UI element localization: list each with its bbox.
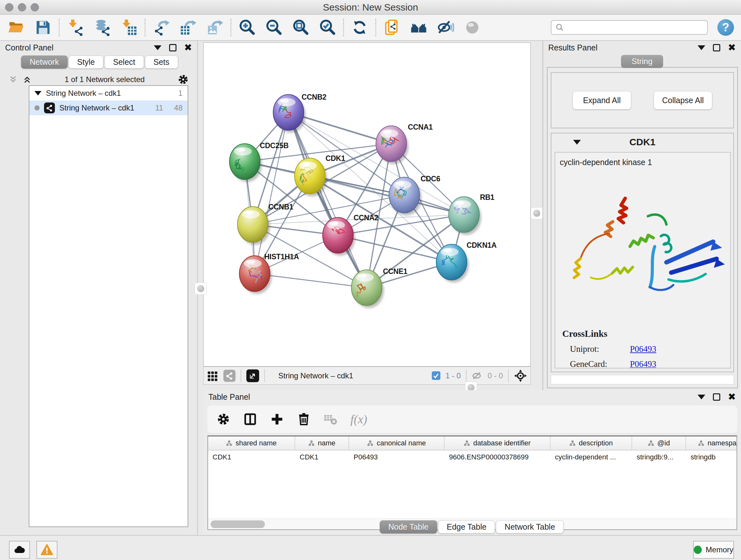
network-node-CCNE1[interactable] (351, 270, 384, 308)
network-node-CDC25B[interactable] (229, 144, 262, 182)
table-cell[interactable]: 9606.ENSP00000378699 (445, 450, 550, 464)
network-collection-row[interactable]: String Network – cdk1 1 (29, 86, 188, 101)
node-label-CCNA2: CCNA2 (354, 213, 379, 222)
help-button[interactable]: ? (718, 19, 734, 36)
panel-float-icon[interactable] (713, 393, 720, 401)
tab-select[interactable]: Select (105, 56, 144, 69)
import-network-database-button[interactable] (93, 18, 111, 37)
network-node-CCNB2[interactable] (273, 95, 306, 133)
right-splitter-handle[interactable] (531, 207, 542, 219)
panel-float-icon[interactable] (169, 44, 177, 51)
table-cell[interactable]: P06493 (349, 450, 445, 464)
tab-network[interactable]: Network (21, 56, 68, 69)
save-session-button[interactable] (34, 18, 52, 37)
gene-entry-header[interactable]: CDK1 (551, 133, 733, 151)
network-node-CDK1[interactable] (294, 158, 327, 196)
add-column-icon[interactable] (270, 412, 284, 426)
import-network-button[interactable] (66, 18, 84, 37)
tree-expand-icon[interactable] (35, 91, 42, 96)
string-network-graph[interactable]: CCNB2CCNA1CDC25BCDK1CDC6RB1CCNB1CCNA2CDK… (204, 43, 531, 367)
network-canvas[interactable]: CCNB2CCNA1CDC25BCDK1CDC6RB1CCNB1CCNA2CDK… (203, 43, 531, 367)
export-table-button[interactable] (179, 18, 197, 37)
table-cell[interactable]: CDK1 (295, 450, 349, 464)
panel-collapse-icon[interactable] (697, 395, 705, 399)
close-window-button[interactable] (5, 3, 13, 11)
column-header-database-identifier[interactable]: database identifier (445, 436, 550, 450)
zoom-in-button[interactable] (238, 18, 256, 37)
table-gear-icon[interactable] (216, 412, 230, 426)
string-hide-glasses-button[interactable] (436, 18, 455, 37)
tab-network-table[interactable]: Network Table (496, 520, 563, 534)
left-splitter-handle[interactable] (195, 283, 206, 294)
table-cell[interactable]: CDK1 (208, 450, 295, 464)
open-session-button[interactable] (7, 18, 25, 37)
string-view-icon[interactable] (223, 370, 235, 382)
split-columns-icon[interactable] (243, 412, 257, 426)
table-cell[interactable]: stringdb:9... (632, 450, 686, 464)
tab-sets[interactable]: Sets (145, 56, 178, 69)
status-bar: Memory (0, 535, 741, 560)
string-document-button[interactable] (383, 18, 401, 37)
tab-node-table[interactable]: Node Table (380, 520, 437, 534)
zoom-out-button[interactable] (265, 18, 283, 37)
export-image-button[interactable] (205, 18, 224, 37)
network-node-HIST1H1A[interactable] (239, 256, 272, 294)
crosshair-icon[interactable] (514, 369, 527, 382)
tab-string[interactable]: String (621, 55, 663, 68)
memory-button[interactable]: Memory (693, 541, 734, 559)
panel-close-icon[interactable]: ✖ (728, 392, 736, 401)
column-header-description[interactable]: description (550, 436, 632, 450)
network-node-CDKN1A[interactable] (436, 244, 469, 283)
table-cell[interactable]: stringdb (686, 450, 737, 464)
string-eye-disabled-button[interactable] (463, 18, 482, 37)
column-header-shared-name[interactable]: shared name (208, 436, 295, 450)
column-header-namespace[interactable]: namespace (686, 436, 737, 450)
refresh-button[interactable] (350, 18, 369, 37)
network-edge-CCNB2-HIST1H1A[interactable] (255, 112, 288, 273)
gear-icon[interactable] (178, 74, 189, 85)
panel-collapse-icon[interactable] (697, 45, 705, 50)
network-node-CCNA2[interactable] (323, 217, 355, 256)
zoom-selected-button[interactable] (318, 18, 337, 37)
import-table-button[interactable] (120, 18, 138, 37)
zoom-fit-button[interactable] (291, 18, 310, 37)
column-header--id[interactable]: @id (632, 436, 686, 450)
string-document-icon (383, 19, 401, 36)
network-node-RB1[interactable] (449, 197, 481, 235)
network-node-CCNA1[interactable] (376, 126, 408, 164)
panel-close-icon[interactable]: ✖ (184, 43, 192, 52)
column-header-name[interactable]: name (295, 436, 349, 450)
tab-edge-table[interactable]: Edge Table (438, 520, 495, 534)
delete-column-icon[interactable] (297, 412, 311, 426)
zoom-window-button[interactable] (30, 3, 39, 11)
string-homes-button[interactable] (409, 18, 428, 37)
export-network-button[interactable] (152, 18, 171, 37)
network-edge-CCNB2-CCNE1[interactable] (288, 112, 367, 288)
detach-view-button[interactable] (246, 369, 259, 382)
table-row[interactable]: CDK1CDK1P064939606.ENSP00000378699cyclin… (208, 450, 737, 464)
selected-checkbox[interactable] (432, 371, 441, 380)
grid-icon[interactable] (207, 370, 218, 381)
search-input[interactable] (567, 23, 703, 32)
panel-close-icon[interactable]: ✖ (728, 43, 736, 52)
network-row-selected[interactable]: String Network – cdk1 11 48 (29, 101, 188, 115)
entry-collapse-icon[interactable] (573, 140, 581, 145)
panel-float-icon[interactable] (713, 44, 720, 51)
minimize-window-button[interactable] (18, 3, 26, 11)
expand-all-button[interactable]: Expand All (572, 91, 631, 110)
search-box[interactable] (551, 20, 708, 35)
collapse-all-button[interactable]: Collapse All (654, 91, 712, 110)
network-node-CDC6[interactable] (389, 177, 421, 215)
expand-all-icon[interactable] (22, 75, 32, 84)
crosslink-link[interactable]: P06493 (630, 359, 657, 368)
table-cell[interactable]: cyclin-dependent ... (550, 450, 632, 464)
crosslink-link[interactable]: P06493 (630, 344, 657, 354)
warning-button[interactable] (37, 541, 57, 559)
column-header-canonical-name[interactable]: canonical name (349, 436, 445, 450)
tab-style[interactable]: Style (69, 56, 104, 69)
cloud-button[interactable] (9, 541, 30, 559)
network-node-CCNB1[interactable] (238, 206, 270, 245)
panel-collapse-icon[interactable] (154, 45, 161, 50)
export-table-icon (179, 19, 197, 36)
collapse-all-icon[interactable] (8, 75, 18, 84)
